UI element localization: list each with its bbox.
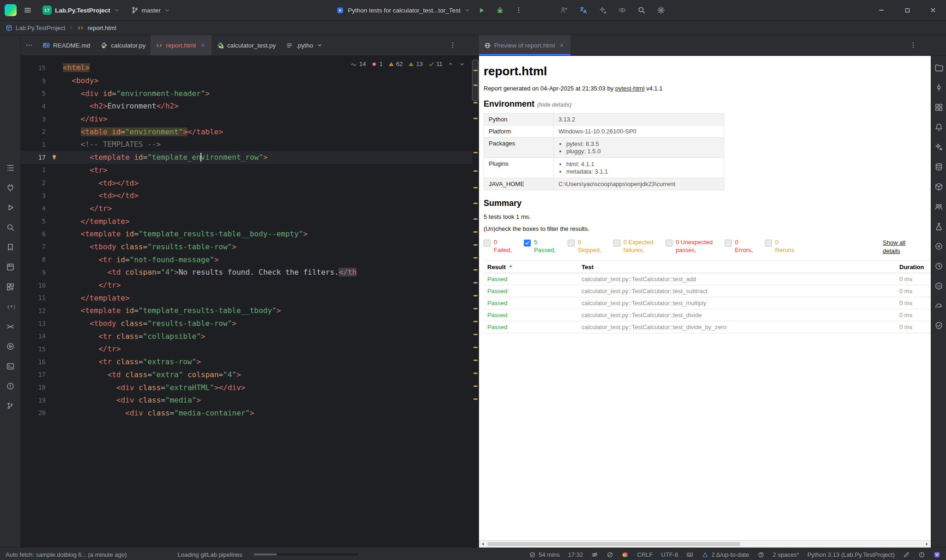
file-encoding[interactable]: UTF-8 bbox=[661, 551, 678, 558]
code-line[interactable]: 5</template> bbox=[21, 215, 479, 228]
code-line[interactable]: 15</tr> bbox=[21, 343, 479, 355]
code-line[interactable]: 12<template id="template_results-table__… bbox=[21, 304, 479, 317]
code-line[interactable]: 16<tr class="extras-row"> bbox=[21, 355, 479, 368]
warning-mark[interactable] bbox=[473, 187, 478, 188]
code-line[interactable]: 3</div> bbox=[21, 113, 479, 126]
code-line[interactable]: 4</tr> bbox=[21, 202, 479, 215]
checkbox-icon[interactable] bbox=[484, 240, 491, 247]
coverage-icon[interactable] bbox=[932, 319, 946, 332]
help-widget[interactable] bbox=[758, 551, 764, 558]
result-row[interactable]: Passedcalculator_test.py::TestCalculator… bbox=[484, 285, 931, 297]
minimize-button[interactable] bbox=[868, 0, 894, 20]
warning-mark[interactable] bbox=[473, 244, 478, 246]
warning-mark[interactable] bbox=[473, 70, 478, 71]
weak-warnings-count[interactable]: 13 bbox=[408, 60, 423, 67]
warning-mark[interactable] bbox=[473, 84, 478, 86]
more-actions-button[interactable] bbox=[511, 3, 526, 17]
line-separator[interactable]: CRLF bbox=[637, 551, 653, 558]
code-line[interactable]: 8<tr id="not-found-message"> bbox=[21, 253, 479, 266]
prev-problem-button[interactable] bbox=[448, 61, 454, 67]
filter-reruns[interactable]: 0Reruns bbox=[765, 239, 794, 254]
search-everywhere-icon[interactable] bbox=[636, 4, 648, 16]
bookmarks-icon[interactable] bbox=[3, 240, 17, 254]
warning-mark[interactable] bbox=[473, 152, 478, 153]
widgets-icon[interactable] bbox=[932, 100, 946, 114]
tab-README.md[interactable]: README.md bbox=[37, 35, 95, 55]
clock-widget[interactable]: 17:32 bbox=[568, 551, 583, 558]
problems-widget[interactable] bbox=[918, 551, 925, 558]
terminal-icon[interactable] bbox=[3, 359, 17, 373]
maximize-button[interactable] bbox=[894, 0, 920, 20]
code-editor[interactable]: 15<html>9<body>5<div id="environment-hea… bbox=[21, 56, 479, 548]
warning-mark[interactable] bbox=[473, 321, 478, 322]
warning-mark[interactable] bbox=[473, 257, 478, 259]
scroll-left-icon[interactable] bbox=[480, 542, 485, 547]
plugin-icon[interactable] bbox=[3, 181, 17, 194]
warning-mark[interactable] bbox=[473, 398, 478, 400]
filter-failed[interactable]: 0Failed, bbox=[484, 239, 512, 254]
checkbox-icon[interactable] bbox=[524, 240, 531, 247]
dependencies-icon[interactable] bbox=[932, 180, 946, 193]
translate-icon[interactable] bbox=[577, 4, 589, 16]
code-line[interactable]: 3<td></td> bbox=[21, 189, 479, 202]
search-tool-icon[interactable] bbox=[3, 220, 17, 234]
browser-widget[interactable] bbox=[622, 551, 629, 558]
problems-icon[interactable] bbox=[3, 379, 17, 393]
show-all-details-link[interactable]: Show all details bbox=[883, 239, 913, 255]
warning-mark[interactable] bbox=[473, 118, 478, 119]
preview-hscrollbar[interactable] bbox=[479, 540, 931, 548]
checkbox-icon[interactable] bbox=[666, 240, 673, 247]
filter-skipped[interactable]: 0Skipped, bbox=[568, 239, 601, 254]
code-line[interactable]: 10</tr> bbox=[21, 279, 479, 292]
code-with-me-icon[interactable] bbox=[558, 4, 570, 16]
readonly-toggle[interactable] bbox=[903, 551, 910, 558]
code-line[interactable]: 7<tbody class="results-table-row"> bbox=[21, 241, 479, 253]
preview-tab-options-button[interactable] bbox=[906, 35, 920, 55]
pycharm-logo[interactable] bbox=[5, 4, 17, 16]
regex-icon[interactable]: (*) bbox=[3, 300, 17, 313]
database-icon[interactable] bbox=[932, 160, 946, 174]
tab-.pytho[interactable]: .pytho bbox=[281, 35, 328, 55]
pytest-html-link[interactable]: pytest-html bbox=[615, 85, 645, 92]
ai-assistant-icon[interactable] bbox=[597, 4, 609, 16]
python-console-icon[interactable] bbox=[3, 319, 17, 333]
indent-style[interactable]: 2 spaces* bbox=[773, 551, 799, 558]
code-line[interactable]: 17<template id="template_environment_row… bbox=[21, 151, 479, 164]
code-line[interactable]: 14<tr class="collapsible"> bbox=[21, 330, 479, 343]
code-line[interactable]: 5<div id="environment-header"> bbox=[21, 87, 479, 100]
warning-mark[interactable] bbox=[473, 308, 478, 309]
next-problem-button[interactable] bbox=[459, 61, 465, 67]
checkbox-icon[interactable] bbox=[568, 240, 575, 247]
hidden-tabs-button[interactable] bbox=[21, 35, 37, 55]
warning-mark[interactable] bbox=[473, 203, 478, 204]
code-line[interactable]: 1<tr> bbox=[21, 164, 479, 177]
warning-mark[interactable] bbox=[473, 295, 478, 296]
code-line[interactable]: 9<td colspan="4">No results found. Check… bbox=[21, 266, 479, 279]
code-line[interactable]: 6<template id="template_results-table__b… bbox=[21, 228, 479, 241]
folder-icon[interactable] bbox=[932, 60, 946, 74]
hide-details-link[interactable]: (hide details) bbox=[537, 102, 571, 108]
structure-icon[interactable] bbox=[3, 161, 17, 175]
record-icon[interactable] bbox=[932, 239, 946, 253]
packages-icon[interactable] bbox=[3, 260, 17, 274]
result-row[interactable]: Passedcalculator_test.py::TestCalculator… bbox=[484, 297, 931, 309]
git-sync-status[interactable]: 2 Δ/up-to-date bbox=[702, 551, 749, 558]
warning-mark[interactable] bbox=[473, 385, 478, 387]
warning-mark[interactable] bbox=[473, 347, 478, 348]
run-services-icon[interactable] bbox=[3, 339, 17, 353]
warning-mark[interactable] bbox=[473, 269, 478, 271]
tab-Preview of report.html[interactable]: Preview of report.html bbox=[479, 35, 570, 55]
run-config-name[interactable]: Python tests for calculator_test...tor_T… bbox=[348, 7, 461, 14]
breadcrumb-file[interactable]: report.html bbox=[87, 24, 116, 31]
tab-report.html[interactable]: report.html bbox=[151, 35, 212, 55]
result-row[interactable]: Passedcalculator_test.py::TestCalculator… bbox=[484, 321, 931, 333]
git-fetch-status[interactable]: Auto fetch: sample.dotblog fi... (a minu… bbox=[6, 551, 127, 558]
result-row[interactable]: Passedcalculator_test.py::TestCalculator… bbox=[484, 309, 931, 321]
warning-mark[interactable] bbox=[473, 373, 478, 374]
column-header-test[interactable]: Test bbox=[578, 261, 896, 273]
code-line[interactable]: 9<body> bbox=[21, 74, 479, 87]
code-line[interactable]: 11</template> bbox=[21, 291, 479, 304]
warning-mark[interactable] bbox=[473, 334, 478, 335]
close-icon[interactable] bbox=[199, 42, 206, 49]
filter-expected-failures[interactable]: 0 Expectedfailures, bbox=[613, 239, 654, 254]
